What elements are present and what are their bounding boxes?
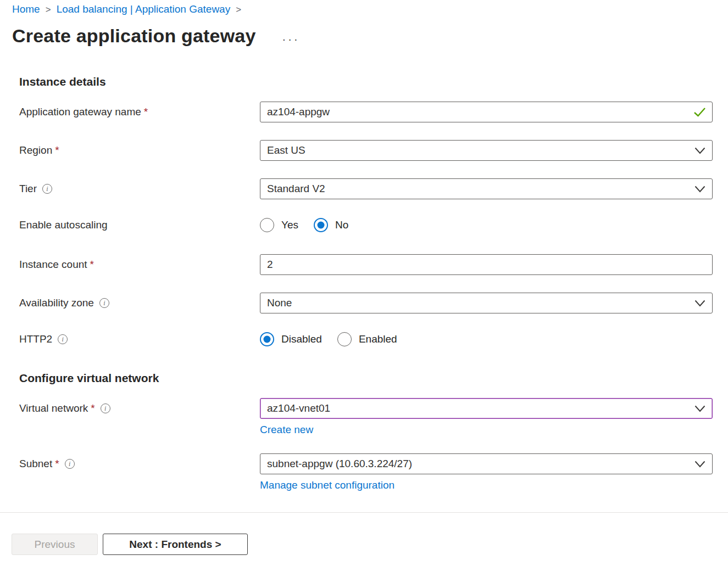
chevron-down-icon bbox=[694, 147, 705, 154]
virtual-network-info-icon[interactable]: i bbox=[101, 403, 110, 413]
application-gateway-name-label: Application gateway name bbox=[19, 106, 141, 118]
manage-subnet-configuration-link[interactable]: Manage subnet configuration bbox=[260, 479, 394, 491]
section-heading-configure-virtual-network: Configure virtual network bbox=[19, 372, 713, 385]
previous-button[interactable]: Previous bbox=[12, 534, 98, 555]
availability-zone-label: Availability zone bbox=[19, 297, 94, 309]
tier-info-icon[interactable]: i bbox=[42, 184, 52, 194]
radio-circle-icon bbox=[314, 218, 328, 232]
form-row-http2: HTTP2 i Disabled Enabled bbox=[19, 331, 713, 347]
form-row-availability-zone: Availability zone i None bbox=[19, 293, 713, 313]
virtual-network-selected-value: az104-vnet01 bbox=[267, 402, 330, 414]
form-row-virtual-network: Virtual network * i az104-vnet01 Create … bbox=[19, 398, 713, 436]
region-label: Region bbox=[19, 144, 52, 156]
create-new-vnet-link[interactable]: Create new bbox=[260, 424, 313, 436]
breadcrumb-link-home[interactable]: Home bbox=[12, 3, 40, 15]
chevron-down-icon bbox=[694, 186, 705, 193]
required-asterisk: * bbox=[55, 144, 59, 156]
availability-zone-info-icon[interactable]: i bbox=[99, 298, 109, 308]
wizard-footer: Previous Next : Frontends > bbox=[12, 534, 728, 555]
virtual-network-dropdown[interactable]: az104-vnet01 bbox=[260, 398, 713, 419]
breadcrumb-link-load-balancing-application-gateway[interactable]: Load balancing | Application Gateway bbox=[57, 3, 231, 15]
tier-selected-value: Standard V2 bbox=[267, 183, 325, 195]
region-selected-value: East US bbox=[267, 144, 305, 156]
chevron-down-icon bbox=[694, 300, 705, 307]
required-asterisk: * bbox=[90, 259, 94, 271]
http2-info-icon[interactable]: i bbox=[58, 334, 68, 344]
required-asterisk: * bbox=[144, 106, 148, 118]
form-row-tier: Tier i Standard V2 bbox=[19, 178, 713, 199]
form-row-region: Region * East US bbox=[19, 140, 713, 161]
autoscaling-yes-radio[interactable]: Yes bbox=[260, 218, 298, 232]
create-application-gateway-page: Home > Load balancing | Application Gate… bbox=[0, 0, 728, 583]
subnet-dropdown[interactable]: subnet-appgw (10.60.3.224/27) bbox=[260, 453, 713, 474]
form-row-instance-count: Instance count * bbox=[19, 254, 713, 275]
radio-circle-icon bbox=[260, 332, 274, 346]
virtual-network-label: Virtual network bbox=[19, 402, 88, 414]
required-asterisk: * bbox=[55, 458, 59, 470]
form-row-enable-autoscaling: Enable autoscaling Yes No bbox=[19, 217, 713, 233]
basics-form: Instance details Application gateway nam… bbox=[0, 75, 728, 491]
breadcrumb-separator: > bbox=[236, 4, 241, 15]
tier-dropdown[interactable]: Standard V2 bbox=[260, 178, 713, 199]
chevron-down-icon bbox=[694, 405, 705, 412]
form-row-application-gateway-name: Application gateway name * bbox=[19, 102, 713, 122]
availability-zone-dropdown[interactable]: None bbox=[260, 293, 713, 313]
instance-count-label: Instance count bbox=[19, 259, 87, 271]
subnet-label: Subnet bbox=[19, 458, 52, 470]
instance-count-input[interactable] bbox=[260, 254, 713, 275]
autoscaling-yes-label: Yes bbox=[281, 219, 298, 231]
http2-label: HTTP2 bbox=[19, 333, 52, 345]
radio-circle-icon bbox=[260, 218, 274, 232]
http2-disabled-label: Disabled bbox=[281, 333, 322, 345]
http2-enabled-radio[interactable]: Enabled bbox=[337, 332, 397, 346]
required-asterisk: * bbox=[91, 402, 95, 414]
subnet-info-icon[interactable]: i bbox=[65, 459, 75, 469]
enable-autoscaling-label: Enable autoscaling bbox=[19, 219, 108, 231]
tier-label: Tier bbox=[19, 183, 37, 195]
autoscaling-no-label: No bbox=[335, 219, 348, 231]
application-gateway-name-input[interactable] bbox=[260, 102, 713, 122]
page-header: Create application gateway ··· bbox=[0, 25, 728, 47]
more-options-ellipsis-button[interactable]: ··· bbox=[282, 33, 300, 44]
breadcrumb: Home > Load balancing | Application Gate… bbox=[0, 0, 728, 15]
autoscaling-no-radio[interactable]: No bbox=[314, 218, 348, 232]
next-frontends-button[interactable]: Next : Frontends > bbox=[103, 534, 248, 555]
http2-radio-group: Disabled Enabled bbox=[260, 331, 713, 347]
form-row-subnet: Subnet * i subnet-appgw (10.60.3.224/27)… bbox=[19, 453, 713, 491]
enable-autoscaling-radio-group: Yes No bbox=[260, 217, 713, 233]
availability-zone-selected-value: None bbox=[267, 297, 292, 309]
section-heading-instance-details: Instance details bbox=[19, 75, 713, 88]
http2-enabled-label: Enabled bbox=[359, 333, 397, 345]
http2-disabled-radio[interactable]: Disabled bbox=[260, 332, 322, 346]
page-title: Create application gateway bbox=[12, 25, 256, 47]
subnet-selected-value: subnet-appgw (10.60.3.224/27) bbox=[267, 458, 412, 470]
chevron-down-icon bbox=[694, 461, 705, 468]
region-dropdown[interactable]: East US bbox=[260, 140, 713, 161]
footer-divider bbox=[0, 512, 728, 513]
breadcrumb-separator: > bbox=[46, 4, 51, 15]
radio-circle-icon bbox=[337, 332, 352, 346]
